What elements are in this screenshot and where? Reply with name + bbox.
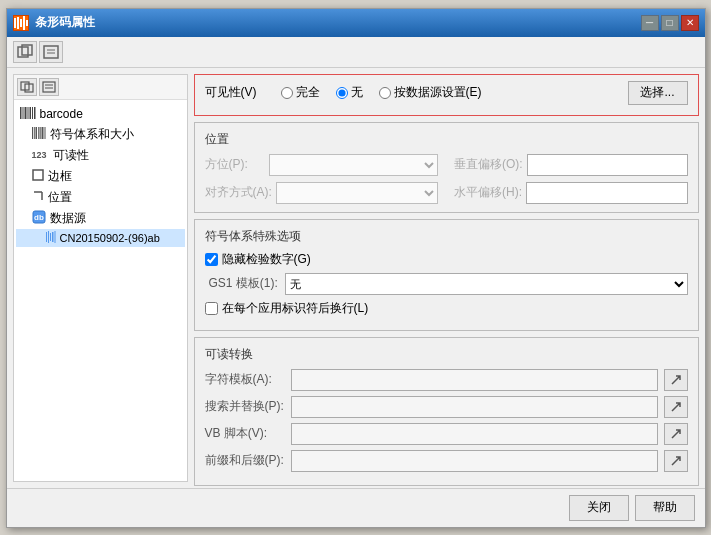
convert-input-2[interactable] (291, 423, 658, 445)
convert-input-0[interactable] (291, 369, 658, 391)
convert-row-3: 前缀和后缀(P): (205, 450, 688, 472)
tree-label-cn: CN20150902-(96)ab (60, 232, 160, 244)
svg-rect-28 (44, 127, 45, 139)
position-section: 位置 方位(P): 垂直偏移(O): 对齐方式(A): (194, 122, 699, 213)
visibility-label-datasource: 按数据源设置(E) (394, 84, 482, 101)
symbol-special-section: 符号体系特殊选项 隐藏检验数字(G) GS1 模板(1): 无 在每个应用标识符… (194, 219, 699, 331)
symbol-special-title: 符号体系特殊选项 (205, 228, 688, 245)
convert-input-1[interactable] (291, 396, 658, 418)
position-grid: 方位(P): 垂直偏移(O): 对齐方式(A): 水平偏移(H): (205, 154, 688, 204)
left-panel-toolbar (14, 75, 187, 100)
visibility-radio-full[interactable] (281, 87, 293, 99)
visibility-header: 可见性(V) 完全 无 按数据源设置(E) (205, 81, 688, 105)
visibility-radio-none[interactable] (336, 87, 348, 99)
window-title: 条形码属性 (35, 14, 95, 31)
gs1-label: GS1 模板(1): (209, 275, 279, 292)
visibility-option-full[interactable]: 完全 (281, 84, 320, 101)
svg-rect-1 (17, 17, 19, 29)
convert-input-3[interactable] (291, 450, 658, 472)
tree-label-barcode: barcode (40, 107, 83, 121)
tree-item-datasource[interactable]: db 数据源 (16, 208, 185, 229)
convert-btn-0[interactable] (664, 369, 688, 391)
svg-rect-15 (20, 107, 22, 119)
maximize-button[interactable]: □ (661, 15, 679, 31)
svg-rect-7 (44, 46, 58, 58)
tree-item-barcode[interactable]: barcode (16, 104, 185, 124)
convert-row-2: VB 脚本(V): (205, 423, 688, 445)
svg-rect-29 (33, 170, 43, 180)
svg-rect-25 (38, 127, 39, 139)
datasource-tree-icon: db (32, 210, 46, 226)
visibility-radio-datasource[interactable] (379, 87, 391, 99)
minimize-button[interactable]: ─ (641, 15, 659, 31)
title-bar: 条形码属性 ─ □ ✕ (7, 9, 705, 37)
hidden-check-label: 隐藏检验数字(G) (222, 251, 311, 268)
convert-label-3: 前缀和后缀(P): (205, 452, 285, 469)
select-button[interactable]: 选择... (628, 81, 688, 105)
bottom-bar: 关闭 帮助 (7, 488, 705, 527)
tree-area: barcode 符号 (14, 100, 187, 251)
direction-select[interactable] (269, 154, 439, 176)
svg-text:db: db (34, 213, 44, 222)
svg-rect-27 (41, 127, 43, 139)
tree-item-cn[interactable]: CN20150902-(96)ab (16, 229, 185, 247)
each-app-check[interactable] (205, 302, 218, 315)
convert-label-1: 搜索并替换(P): (205, 398, 285, 415)
close-button[interactable]: 关闭 (569, 495, 629, 521)
convert-btn-3[interactable] (664, 450, 688, 472)
tree-item-border[interactable]: 边框 (16, 166, 185, 187)
convert-row-0: 字符模板(A): (205, 369, 688, 391)
visibility-radio-group: 可见性(V) 完全 无 按数据源设置(E) (205, 84, 482, 101)
svg-rect-38 (54, 231, 55, 243)
title-bar-left: 条形码属性 (13, 14, 95, 31)
visibility-option-none[interactable]: 无 (336, 84, 363, 101)
svg-rect-24 (35, 127, 37, 139)
left-panel: barcode 符号 (13, 74, 188, 482)
gs1-row: GS1 模板(1): 无 (205, 273, 688, 295)
align-label: 对齐方式(A): (205, 184, 272, 201)
border-tree-icon (32, 169, 44, 183)
toolbar-btn-2[interactable] (39, 41, 63, 63)
tree-label-readable: 可读性 (53, 147, 89, 164)
svg-rect-19 (29, 107, 31, 119)
gs1-select[interactable]: 无 (285, 273, 688, 295)
svg-rect-22 (32, 127, 33, 139)
readable-tree-icon: 123 (32, 150, 47, 160)
close-window-button[interactable]: ✕ (681, 15, 699, 31)
tree-item-symbol[interactable]: 符号体系和大小 (16, 124, 185, 145)
tree-item-position[interactable]: 位置 (16, 187, 185, 208)
svg-rect-37 (52, 232, 54, 242)
svg-rect-16 (22, 107, 23, 119)
tree-label-position: 位置 (48, 189, 72, 206)
horizontal-input[interactable] (526, 182, 688, 204)
hidden-check[interactable] (205, 253, 218, 266)
tree-label-border: 边框 (48, 168, 72, 185)
convert-section: 可读转换 字符模板(A): 搜索并替换(P): VB 脚本(V): (194, 337, 699, 486)
vertical-input[interactable] (527, 154, 688, 176)
svg-rect-26 (39, 127, 40, 139)
convert-btn-2[interactable] (664, 423, 688, 445)
title-controls: ─ □ ✕ (641, 15, 699, 31)
visibility-option-datasource[interactable]: 按数据源设置(E) (379, 84, 482, 101)
svg-rect-36 (50, 233, 51, 241)
main-window: 条形码属性 ─ □ ✕ (6, 8, 706, 528)
position-section-title: 位置 (205, 131, 688, 148)
convert-label-0: 字符模板(A): (205, 371, 285, 388)
svg-rect-3 (23, 16, 25, 30)
hidden-check-row: 隐藏检验数字(G) (205, 251, 688, 268)
convert-btn-1[interactable] (664, 396, 688, 418)
svg-rect-35 (48, 231, 49, 243)
svg-rect-0 (14, 18, 16, 28)
svg-rect-17 (24, 107, 26, 119)
help-button[interactable]: 帮助 (635, 495, 695, 521)
tree-item-readable[interactable]: 123 可读性 (16, 145, 185, 166)
horizontal-row: 水平偏移(H): (454, 182, 688, 204)
svg-rect-2 (20, 19, 22, 27)
align-select[interactable] (276, 182, 438, 204)
direction-row: 方位(P): (205, 154, 439, 176)
tree-toolbar-btn1[interactable] (17, 78, 37, 96)
tree-toolbar-btn2[interactable] (39, 78, 59, 96)
convert-label-2: VB 脚本(V): (205, 425, 285, 442)
vertical-label: 垂直偏移(O): (454, 156, 523, 173)
toolbar-btn-1[interactable] (13, 41, 37, 63)
